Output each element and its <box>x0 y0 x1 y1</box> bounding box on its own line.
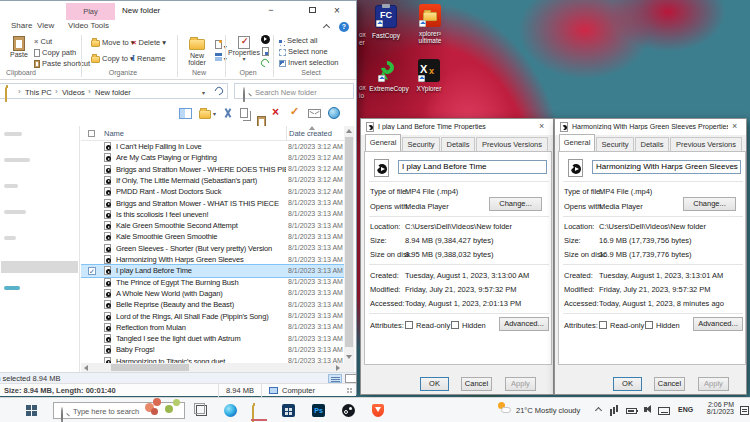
nav-selected-item[interactable] <box>1 261 78 273</box>
copy-toolbar-icon[interactable] <box>240 108 248 118</box>
scroll-down-icon[interactable] <box>346 355 352 359</box>
move-to-button[interactable]: Move to ▾ <box>91 38 135 47</box>
tab-details[interactable]: Details <box>635 137 669 151</box>
readonly-checkbox[interactable] <box>599 321 607 329</box>
advanced-button[interactable]: Advanced... <box>499 317 549 331</box>
edge-icon[interactable] <box>224 404 237 417</box>
tab-general[interactable]: General <box>559 134 595 151</box>
vertical-scrollbar[interactable] <box>344 126 354 363</box>
cut-toolbar-icon[interactable] <box>222 108 233 120</box>
cut-button[interactable]: × Cut <box>34 37 52 46</box>
hidden-icons-chevron[interactable] <box>595 407 602 414</box>
new-folder-toolbar-icon[interactable] <box>199 110 211 119</box>
ok-button[interactable]: OK <box>420 377 449 391</box>
file-row[interactable]: Belle Reprise (Beauty and the Beast)8/1/… <box>81 299 344 310</box>
help-icon[interactable]: ? <box>339 22 349 32</box>
preview-pane-icon[interactable] <box>179 108 192 119</box>
hidden-checkbox[interactable] <box>451 321 459 329</box>
steam-icon[interactable] <box>342 404 355 417</box>
task-view-button[interactable] <box>196 405 207 416</box>
filename-input[interactable]: I play Land Before Time <box>398 160 547 174</box>
scroll-left-icon[interactable] <box>84 365 88 371</box>
file-row[interactable]: Lord of the Rings, All Shall Fade (Pippi… <box>81 311 344 322</box>
copy-to-button[interactable]: Copy to ▾ <box>91 54 134 63</box>
advanced-button[interactable]: Advanced... <box>693 317 743 331</box>
file-row[interactable]: Reflection from Mulan8/1/2023 3:13 AM <box>81 322 344 333</box>
file-row[interactable]: If Only, The Little Mermaid (Sebastian's… <box>81 175 344 186</box>
resize-grip[interactable] <box>347 388 349 390</box>
tab-details[interactable]: Details <box>441 137 475 151</box>
tab-previous-versions[interactable]: Previous Versions <box>476 137 548 151</box>
select-all-checkbox[interactable] <box>88 130 95 137</box>
close-icon[interactable]: × <box>539 121 544 131</box>
toolbar-dropdown-icon[interactable]: ▾ <box>213 110 216 117</box>
rename-button[interactable]: I Rename <box>132 54 165 63</box>
tab-view[interactable]: View <box>37 21 54 30</box>
clock[interactable]: 2:06 PM 8/1/2023 <box>698 401 734 415</box>
tab-security[interactable]: Security <box>596 137 634 151</box>
ok-button[interactable]: OK <box>613 377 642 391</box>
weather-icon[interactable] <box>498 402 512 416</box>
contextual-tab-group-play[interactable]: Play <box>66 3 115 20</box>
filename-input[interactable]: Harmonizing With Harps Green Sleeves <box>592 160 741 174</box>
action-center-icon[interactable] <box>740 406 749 415</box>
internet-toolbar-icon[interactable] <box>328 107 340 119</box>
details-view-button[interactable] <box>328 374 342 383</box>
maximize-button[interactable] <box>301 1 323 20</box>
file-row[interactable]: Baby Frogs!8/1/2023 3:13 AM <box>81 344 344 355</box>
file-row[interactable]: PMDD Rant - Most Doctors Suck8/1/2023 3:… <box>81 186 344 197</box>
file-row[interactable]: Are My Cats Playing or Fighting8/1/2023 … <box>81 152 344 163</box>
tab-security[interactable]: Security <box>402 137 440 151</box>
address-dropdown-icon[interactable]: ▾ <box>202 89 205 96</box>
file-row[interactable]: Briggs and Stratton Mower - WHERE DOES T… <box>81 164 344 175</box>
file-row[interactable]: A Whole New World (with Dagan)8/1/2023 3… <box>81 288 344 299</box>
network-icon[interactable] <box>610 409 612 416</box>
select-none-button[interactable]: Select none <box>279 47 328 56</box>
volume-icon[interactable] <box>644 407 647 412</box>
horizontal-scrollbar[interactable] <box>81 363 344 372</box>
column-header-date-created[interactable]: Date created <box>289 129 332 138</box>
file-row[interactable]: Is this scoliosis I feel uneven!8/1/2023… <box>81 209 344 220</box>
properties-button[interactable]: ✓ Properties ▾ <box>228 36 260 63</box>
history-icon[interactable] <box>259 57 270 68</box>
paste-button[interactable]: Paste <box>5 36 33 58</box>
file-row[interactable]: Briggs and Stratton Mower - WHAT IS THIS… <box>81 198 344 209</box>
file-row[interactable]: Kale Smoothie Green Smoothie8/1/2023 3:1… <box>81 231 344 242</box>
breadcrumb-new-folder[interactable]: New folder <box>95 88 131 97</box>
open-media-icon[interactable] <box>261 35 270 44</box>
tab-general[interactable]: General <box>365 134 401 151</box>
copy-path-button[interactable]: Copy path <box>34 48 76 57</box>
horizontal-scroll-thumb[interactable] <box>111 364 189 371</box>
apply-button[interactable]: Apply <box>698 377 729 391</box>
new-folder-button[interactable]: New folder <box>181 36 213 66</box>
file-row[interactable]: ✓I play Land Before Time8/1/2023 3:13 AM <box>81 265 344 276</box>
address-bar[interactable]: › This PC › Videos › New folder ▾ <box>0 83 228 99</box>
start-button[interactable] <box>26 405 31 410</box>
email-toolbar-icon[interactable] <box>308 109 321 118</box>
language-indicator[interactable]: ENG <box>678 406 693 413</box>
touch-keyboard-icon[interactable] <box>658 407 670 415</box>
scroll-up-icon[interactable] <box>346 129 352 133</box>
file-checkbox[interactable]: ✓ <box>88 267 96 275</box>
change-button[interactable]: Change... <box>683 197 736 211</box>
cancel-button[interactable]: Cancel <box>461 377 492 391</box>
file-row[interactable]: I Can't Help Falling In Love8/1/2023 3:1… <box>81 141 344 152</box>
column-header-name[interactable]: Name <box>104 129 124 138</box>
file-row[interactable]: Harmonizing to Titanic's song duet8/1/20… <box>81 356 344 363</box>
microsoft-store-icon[interactable] <box>282 404 295 417</box>
tab-share[interactable]: Share <box>11 21 32 30</box>
search-box[interactable]: Search New folder <box>234 83 354 99</box>
tab-previous-versions[interactable]: Previous Versions <box>670 137 742 151</box>
minimize-button[interactable]: − <box>260 1 282 20</box>
invert-selection-button[interactable]: Invert selection <box>279 58 339 67</box>
collapse-ribbon-icon[interactable] <box>323 24 330 31</box>
delete-toolbar-icon[interactable]: × <box>272 105 279 119</box>
delete-button[interactable]: × Delete ▾ <box>132 38 166 47</box>
change-button[interactable]: Change... <box>489 197 542 211</box>
close-icon[interactable]: × <box>732 121 737 131</box>
brave-icon[interactable] <box>372 404 384 417</box>
icons-view-button[interactable] <box>345 374 357 383</box>
cancel-button[interactable]: Cancel <box>654 377 685 391</box>
vertical-scroll-thumb[interactable] <box>345 137 353 347</box>
navigation-pane[interactable] <box>0 126 79 372</box>
